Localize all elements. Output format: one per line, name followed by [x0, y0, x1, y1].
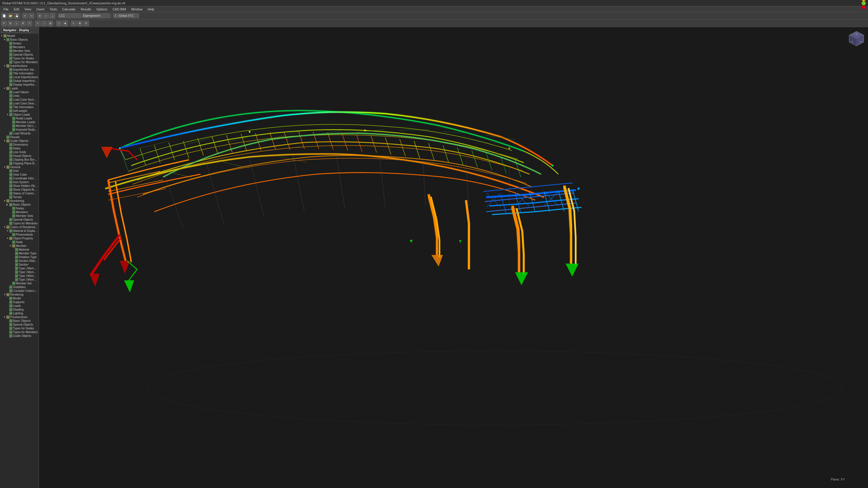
nodes-button[interactable]: ●	[37, 13, 43, 19]
tree-checkbox-pre-types-for-members[interactable]: ✓	[9, 330, 12, 334]
tree-checkbox-member-set[interactable]: ✓	[12, 282, 15, 285]
tree-checkbox-visibilities[interactable]: ✓	[9, 286, 12, 289]
tree-checkbox-loads2[interactable]: ✓	[9, 304, 12, 307]
tree-toggle-material-display[interactable]: ▼	[6, 230, 9, 232]
eigenweight-selector[interactable]: Eigengewicht	[82, 13, 111, 18]
save-button[interactable]: 💾	[14, 13, 20, 19]
tree-checkbox-node[interactable]: ✓	[12, 240, 15, 244]
undo-button[interactable]: ↩	[22, 13, 28, 19]
tree-checkbox-guide-objects[interactable]: −	[6, 139, 9, 142]
tree-checkbox-grid[interactable]: ✓	[9, 169, 12, 172]
tree-checkbox-general[interactable]: −	[6, 166, 9, 169]
tree-item-preselections[interactable]: ▼−Preselections	[0, 315, 39, 319]
menu-item-view[interactable]: View	[22, 7, 34, 11]
view-cube-widget[interactable]: Top Left Front	[848, 30, 865, 47]
tree-checkbox-line-grids[interactable]: ✓	[9, 151, 12, 154]
members-button[interactable]: —	[43, 13, 49, 19]
tree-item-title-info2[interactable]: ✓Title Information	[0, 105, 39, 109]
view-right-button[interactable]: R	[20, 21, 26, 26]
tree-checkbox-rotation-type[interactable]: ✓	[15, 256, 18, 259]
tree-item-types-for-members[interactable]: ✓Types for Members	[0, 60, 39, 64]
tree-item-object-loads[interactable]: ▼✓Object Loads	[0, 113, 39, 117]
menu-item-cad-bim[interactable]: CAD-BIM	[110, 7, 128, 11]
tree-item-rendering[interactable]: ▼−Rendering	[0, 293, 39, 296]
tree-checkbox-photorealistic[interactable]: ✓	[12, 233, 15, 236]
tree-checkbox-units[interactable]: ✓	[9, 94, 12, 97]
tree-checkbox-local-imperfections[interactable]: ✓	[9, 75, 12, 79]
tree-toggle-basic-objects[interactable]: ▼	[3, 38, 6, 41]
tree-item-self-weight[interactable]: ✓Self-weight	[0, 109, 39, 113]
menu-item-insert[interactable]: Insert	[34, 7, 47, 11]
menu-item-results[interactable]: Results	[78, 7, 93, 11]
zoom-all-button[interactable]: ⊞	[48, 21, 53, 26]
tree-item-lighting[interactable]: ✓Lighting	[0, 312, 39, 315]
wireframe-button[interactable]: ⬡	[56, 21, 62, 26]
tree-toggle-preselections[interactable]: ▼	[3, 316, 6, 318]
tree-checkbox-clipping-plane-borders[interactable]: ✓	[9, 162, 12, 165]
tree-item-loads[interactable]: ▼−Loads	[0, 87, 39, 90]
tree-checkbox-colors[interactable]: −	[6, 226, 9, 229]
tree-checkbox-shading[interactable]: ✓	[9, 308, 12, 311]
tree-item-numbering[interactable]: ▼−Numbering	[0, 199, 39, 203]
tree-checkbox-num-nodes[interactable]: ✓	[12, 207, 15, 210]
tree-checkbox-pre-basic-objects[interactable]: ✓	[9, 319, 12, 322]
minimize-button[interactable]: −	[862, 0, 866, 1]
tree-item-num-special-objects[interactable]: ✓Special Objects	[0, 218, 39, 222]
view-selector[interactable]: 1 - Global XYZ	[113, 13, 139, 18]
menu-item-window[interactable]: Window	[129, 7, 145, 11]
tree-item-pre-types-for-nodes[interactable]: ✓Types for Nodes	[0, 326, 39, 330]
tree-item-material-display[interactable]: ▼✓Material & Display Properties	[0, 229, 39, 233]
tree-item-local-imperfections[interactable]: ✓Local Imperfections	[0, 75, 39, 79]
maximize-button[interactable]: □	[862, 1, 866, 5]
tree-checkbox-member[interactable]: −	[12, 244, 15, 248]
tree-item-grid[interactable]: ✓Grid	[0, 169, 39, 173]
tree-item-num-member-sets[interactable]: ✓Member Sets	[0, 214, 39, 218]
tree-checkbox-show-clipped-areas[interactable]: ✓	[9, 188, 12, 191]
tree-item-camera-fly-mode[interactable]: ✓Status of Camera Fly Mode	[0, 192, 39, 195]
tree-item-member-type[interactable]: ✓Member Type	[0, 252, 39, 255]
tree-item-special-objects[interactable]: ✓Special Objects	[0, 53, 39, 57]
tree-item-view-cube[interactable]: ✓View Cube	[0, 173, 39, 176]
render-button[interactable]: ■	[62, 21, 68, 26]
tree-item-basic-objects[interactable]: ▼✓Basic Objects	[0, 38, 39, 41]
tree-item-clipping-plane-borders[interactable]: ✓Clipping Plane Borders	[0, 162, 39, 165]
menu-item-file[interactable]: File	[1, 7, 11, 11]
tree-checkbox-type-member-eccentricity[interactable]: ✓	[15, 270, 18, 274]
tree-item-notes[interactable]: ✓Notes	[0, 147, 39, 150]
tree-checkbox-load-case-descriptions[interactable]: ✓	[9, 102, 12, 105]
tree-item-loads2[interactable]: ✓Loads	[0, 304, 39, 308]
tree-checkbox-imposed-nodal-def[interactable]: ✓	[12, 128, 15, 131]
tree-checkbox-num-special-objects[interactable]: ✓	[9, 218, 12, 221]
tree-item-imposed-nodal-def[interactable]: ✓Imposed Nodal Deformations	[0, 128, 39, 132]
tree-toggle-model[interactable]: ▼	[1, 35, 3, 37]
tree-checkbox-model[interactable]: −	[3, 34, 7, 37]
tree-item-model[interactable]: ▼−Model	[0, 34, 39, 38]
tree-item-units[interactable]: ✓Units	[0, 94, 39, 98]
tree-checkbox-load-wizards[interactable]: ✓	[9, 132, 12, 135]
view-top-button[interactable]: T	[27, 21, 32, 26]
tree-checkbox-coord-info-cursor[interactable]: ✓	[9, 177, 12, 180]
menu-item-help[interactable]: Help	[146, 7, 157, 11]
tree-item-pre-special-objects[interactable]: ✓Special Objects	[0, 323, 39, 326]
tree-item-show-clipped-areas[interactable]: ✓Show Clipped Areas	[0, 188, 39, 192]
tree-item-pre-types-for-members[interactable]: ✓Types for Members	[0, 330, 39, 334]
tree-checkbox-view-cube[interactable]: ✓	[9, 173, 12, 176]
tree-toggle-member[interactable]: ▼	[9, 245, 12, 247]
tree-item-imperfection-values[interactable]: ✓Imperfection Values	[0, 68, 39, 71]
tree-checkbox-imperfections[interactable]: −	[6, 64, 9, 67]
tree-checkbox-types-for-nodes[interactable]: ✓	[9, 57, 12, 60]
tree-item-type-member-support[interactable]: ✓Type | Member Support	[0, 274, 39, 278]
tree-checkbox-num-members[interactable]: ✓	[12, 210, 15, 214]
tree-checkbox-member-loads[interactable]: ✓	[12, 121, 15, 124]
tab-navigator[interactable]: Navigator - Display	[2, 28, 31, 32]
tree-item-types-for-nodes[interactable]: ✓Types for Nodes	[0, 57, 39, 60]
tree-checkbox-title-info2[interactable]: ✓	[9, 105, 12, 109]
tree-checkbox-display-imp-load-case[interactable]: ✓	[9, 83, 12, 86]
tree-item-shading[interactable]: ✓Shading	[0, 308, 39, 312]
tree-item-photorealistic[interactable]: ✓Photorealistic	[0, 233, 39, 236]
tree-toggle-numbering[interactable]: ▼	[3, 200, 6, 202]
new-button[interactable]: 📄	[1, 13, 7, 19]
tree-item-load-values[interactable]: ✓Load Values	[0, 90, 39, 94]
tree-toggle-object-property[interactable]: ▼	[6, 237, 9, 240]
tree-checkbox-pre-special-objects[interactable]: ✓	[9, 323, 12, 326]
